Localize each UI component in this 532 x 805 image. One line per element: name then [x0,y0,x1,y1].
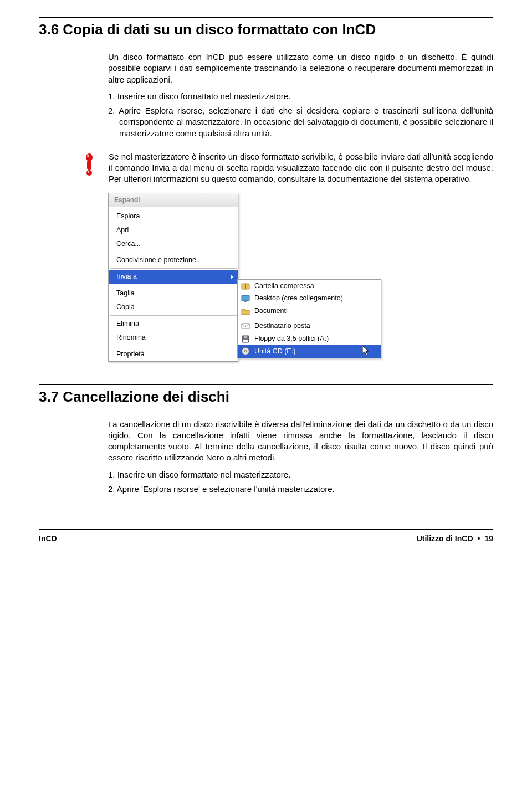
submenu-item-destinatario-posta[interactable]: Destinatario posta [238,319,381,332]
menu-item-apri[interactable]: Apri [109,223,238,237]
page-footer: InCD Utilizzo di InCD • 19 [39,529,493,544]
menu-item-copia[interactable]: Copia [109,300,238,314]
submenu-item-documenti[interactable]: Documenti [238,305,381,317]
warning-icon [83,151,98,185]
cursor-icon [362,345,371,359]
context-menu-header: Espandi [109,193,238,207]
svg-rect-2 [87,161,91,170]
section-3-6-step-2: 2. Aprire Esplora risorse, selezionare i… [108,105,493,139]
menu-item-esplora[interactable]: Esplora [109,209,238,223]
folder-icon [241,307,250,316]
floppy-icon [241,335,250,343]
bullet-icon: • [478,534,480,544]
section-3-7-step-2: 2. Aprire 'Esplora risorse' e selezionar… [108,484,493,495]
menu-item-proprieta[interactable]: Proprietà [109,347,238,361]
desktop-icon [241,294,250,303]
section-3-7-step-1: 1. Inserire un disco formattato nel mast… [108,469,493,480]
footer-page-number: 19 [484,534,493,544]
menu-item-taglia[interactable]: Taglia [109,286,238,300]
section-3-6-step-1: 1. Inserire un disco formattato nel mast… [108,91,493,102]
menu-item-rinomina[interactable]: Rinomina [109,331,238,345]
svg-rect-7 [242,295,249,301]
section-3-7-paragraph-1: La cancellazione di un disco riscrivibil… [108,419,493,464]
context-menu-screenshot: Espandi Esplora Apri Cerca... Condivisio… [108,193,493,362]
svg-point-1 [87,155,89,158]
svg-rect-11 [244,336,247,338]
footer-right-label: Utilizzo di InCD [417,534,473,544]
svg-rect-12 [243,340,248,342]
menu-item-elimina[interactable]: Elimina [109,317,238,331]
svg-rect-6 [245,284,246,289]
svg-point-4 [88,171,89,173]
submenu-item-unita-cd[interactable]: Unità CD (E:) [238,345,381,358]
submenu-item-desktop[interactable]: Desktop (crea collegamento) [238,292,381,305]
svg-point-3 [86,170,92,176]
section-3-6-paragraph-1: Un disco formattato con InCD può essere … [108,52,493,85]
chevron-right-icon [231,275,233,279]
section-3-6-heading: 3.6 Copia di dati su un disco formattato… [39,17,493,39]
menu-item-invia-a[interactable]: Invia a [109,270,238,284]
svg-rect-8 [244,301,247,302]
context-menu-right: Cartella compressa Desktop (crea collega… [237,279,381,358]
submenu-item-cartella-compressa[interactable]: Cartella compressa [238,280,381,293]
section-3-6-notice: Se nel masterizzatore è inserito un disc… [109,151,493,185]
section-3-7-heading: 3.7 Cancellazione dei dischi [39,384,493,407]
svg-point-0 [86,153,93,161]
svg-point-14 [244,351,246,352]
menu-item-cerca[interactable]: Cerca... [109,237,238,251]
context-menu-left: Espandi Esplora Apri Cerca... Condivisio… [108,193,238,362]
footer-left: InCD [39,534,57,544]
cd-icon [241,347,250,356]
folder-zip-icon [241,281,250,290]
submenu-item-floppy[interactable]: Floppy da 3,5 pollici (A:) [238,332,381,345]
mail-icon [241,321,250,330]
menu-item-condivisione[interactable]: Condivisione e protezione... [109,253,238,267]
